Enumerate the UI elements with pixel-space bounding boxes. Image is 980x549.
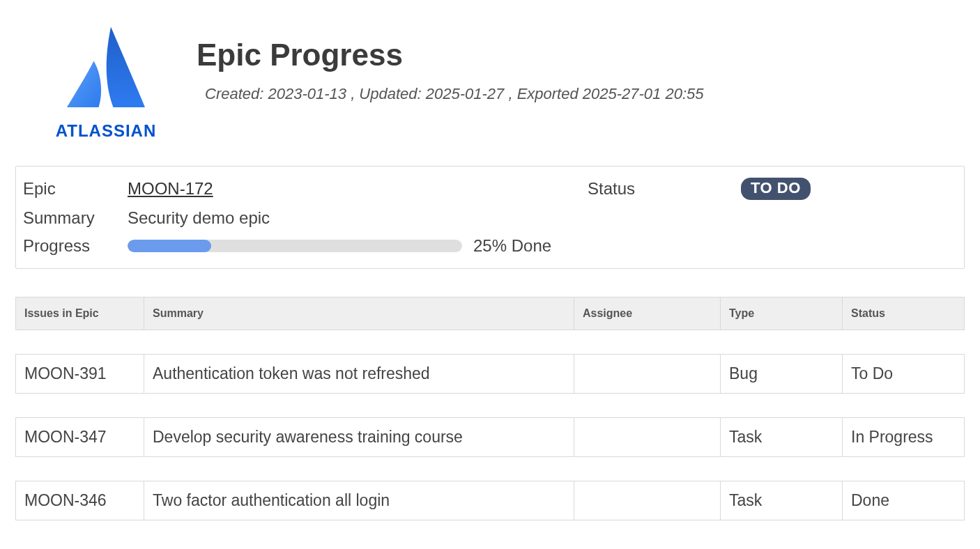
col-header-type: Type bbox=[721, 297, 843, 330]
label-status: Status bbox=[588, 179, 741, 199]
cell-summary: Two factor authentication all login bbox=[144, 481, 574, 520]
brand-block: ATLASSIAN bbox=[43, 20, 169, 141]
label-progress: Progress bbox=[23, 236, 128, 256]
progress-fill bbox=[128, 240, 211, 252]
epic-key-link[interactable]: MOON-172 bbox=[128, 179, 213, 198]
cell-key: MOON-346 bbox=[15, 481, 144, 520]
epic-info-panel: Epic MOON-172 Status TO DO Summary Secur… bbox=[15, 166, 965, 269]
label-summary: Summary bbox=[23, 208, 128, 228]
col-header-key: Issues in Epic bbox=[15, 297, 144, 330]
table-row: MOON-346Two factor authentication all lo… bbox=[15, 481, 965, 520]
cell-assignee bbox=[574, 417, 721, 457]
cell-key: MOON-391 bbox=[15, 354, 144, 394]
epic-summary: Security demo epic bbox=[128, 208, 957, 228]
cell-key: MOON-347 bbox=[15, 417, 144, 457]
cell-status: To Do bbox=[843, 354, 965, 394]
title-block: Epic Progress Created: 2023-01-13 , Upda… bbox=[197, 20, 704, 103]
progress-bar bbox=[128, 240, 462, 252]
cell-assignee bbox=[574, 481, 721, 520]
col-header-summary: Summary bbox=[144, 297, 574, 330]
label-epic: Epic bbox=[23, 179, 128, 199]
issues-table: Issues in Epic Summary Assignee Type Sta… bbox=[15, 297, 965, 520]
brand-name: ATLASSIAN bbox=[56, 121, 157, 141]
progress-text: 25% Done bbox=[473, 236, 551, 256]
col-header-status: Status bbox=[843, 297, 965, 330]
col-header-assignee: Assignee bbox=[574, 297, 721, 330]
cell-type: Bug bbox=[721, 354, 843, 394]
cell-summary: Authentication token was not refreshed bbox=[144, 354, 574, 394]
page-title: Epic Progress bbox=[197, 38, 704, 72]
table-row: MOON-347Develop security awareness train… bbox=[15, 417, 965, 457]
cell-type: Task bbox=[721, 417, 843, 457]
report-meta: Created: 2023-01-13 , Updated: 2025-01-2… bbox=[197, 85, 704, 103]
cell-status: Done bbox=[843, 481, 965, 520]
status-badge: TO DO bbox=[741, 178, 811, 200]
table-row: MOON-391Authentication token was not ref… bbox=[15, 354, 965, 394]
cell-summary: Develop security awareness training cour… bbox=[144, 417, 574, 457]
report-header: ATLASSIAN Epic Progress Created: 2023-01… bbox=[15, 20, 965, 141]
cell-assignee bbox=[574, 354, 721, 394]
atlassian-logo-icon bbox=[57, 20, 155, 117]
cell-status: In Progress bbox=[843, 417, 965, 457]
cell-type: Task bbox=[721, 481, 843, 520]
